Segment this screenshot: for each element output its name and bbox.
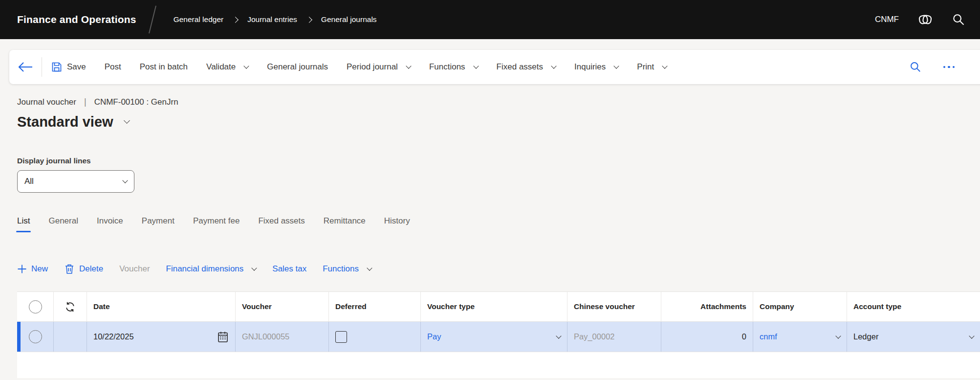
topbar-divider [149, 6, 156, 34]
app-title: Finance and Operations [17, 14, 136, 25]
chevron-right-icon [306, 17, 312, 23]
chevron-down-icon[interactable] [556, 333, 561, 338]
column-header-account-type[interactable]: Account type [847, 292, 980, 321]
tab-payment[interactable]: Payment [142, 216, 174, 228]
display-journal-lines-select[interactable]: All [17, 170, 134, 193]
column-header-chinese-voucher[interactable]: Chinese voucher [567, 292, 661, 321]
voucher-type-cell[interactable]: Pay [421, 322, 567, 352]
post-button[interactable]: Post [105, 62, 121, 72]
grid-empty-area [17, 352, 980, 378]
breadcrumb-journal-entries[interactable]: Journal entries [247, 15, 297, 24]
functions-menu-button[interactable]: Functions [429, 62, 478, 72]
column-header-voucher[interactable]: Voucher [236, 292, 329, 321]
functions-grid-menu-button[interactable]: Functions [323, 264, 371, 274]
date-cell[interactable]: 10/22/2025 [87, 322, 236, 352]
grid-header-row: Date Voucher Deferred Voucher type Chine… [17, 291, 980, 322]
copilot-icon[interactable] [917, 12, 933, 27]
chevron-right-icon [232, 17, 239, 23]
row-select-cell[interactable] [17, 322, 54, 352]
chevron-down-icon[interactable] [969, 333, 974, 338]
delete-button[interactable]: Delete [64, 263, 103, 275]
voucher-button: Voucher [119, 264, 150, 274]
back-arrow-icon[interactable] [17, 61, 34, 73]
tab-invoice[interactable]: Invoice [97, 216, 123, 228]
display-journal-lines-label: Display journal lines [17, 156, 980, 165]
chevron-down-icon[interactable] [835, 333, 841, 338]
tab-history[interactable]: History [384, 216, 410, 228]
breadcrumb-general-ledger[interactable]: General ledger [174, 15, 224, 24]
record-separator: | [84, 97, 87, 107]
save-button[interactable]: Save [51, 61, 86, 73]
post-in-batch-button[interactable]: Post in batch [140, 62, 188, 72]
chevron-down-icon [367, 265, 372, 270]
chevron-down-icon [122, 178, 128, 183]
toolbar-divider [42, 57, 42, 77]
account-type-cell[interactable]: Ledger [847, 322, 980, 352]
chevron-down-icon [244, 63, 249, 68]
save-icon [51, 61, 63, 73]
search-icon[interactable] [952, 13, 965, 26]
journal-grid: Date Voucher Deferred Voucher type Chine… [17, 291, 980, 378]
tab-list[interactable]: List [17, 216, 30, 228]
view-selector[interactable]: Standard view [17, 114, 980, 130]
calendar-icon[interactable] [217, 331, 229, 343]
column-header-company[interactable]: Company [753, 292, 847, 321]
table-row[interactable]: 10/22/2025 GNJL000055 Pay Pay_00002 0 [17, 322, 980, 352]
new-button[interactable]: New [17, 264, 48, 274]
tab-fixed-assets[interactable]: Fixed assets [258, 216, 305, 228]
top-navigation-bar: Finance and Operations General ledger Jo… [0, 0, 980, 39]
attachments-cell[interactable]: 0 [661, 322, 753, 352]
chevron-down-icon [406, 63, 411, 68]
deferred-cell[interactable] [329, 322, 421, 352]
validate-menu-button[interactable]: Validate [206, 62, 248, 72]
grid-action-bar: New Delete Voucher Financial dimensions … [17, 263, 980, 275]
select-all-column-header[interactable] [17, 292, 54, 321]
general-journals-button[interactable]: General journals [267, 62, 328, 72]
refresh-column-header[interactable] [54, 292, 87, 321]
row-select-circle[interactable] [29, 330, 42, 343]
chevron-down-icon [551, 63, 556, 68]
column-header-voucher-type[interactable]: Voucher type [421, 292, 567, 321]
chevron-down-icon [662, 63, 668, 68]
period-journal-menu-button[interactable]: Period journal [347, 62, 411, 72]
breadcrumb: General ledger Journal entries General j… [174, 15, 377, 24]
refresh-icon[interactable] [64, 301, 76, 313]
action-pane-toolbar: Save Post Post in batch Validate General… [9, 50, 980, 84]
inquiries-menu-button[interactable]: Inquiries [574, 62, 618, 72]
record-header: Journal voucher | CNMF-00100 : GenJrn [17, 97, 980, 107]
deferred-checkbox[interactable] [335, 331, 347, 343]
tab-payment-fee[interactable]: Payment fee [193, 216, 240, 228]
company-cell[interactable]: cnmf [753, 322, 847, 352]
display-journal-lines-value: All [24, 177, 34, 186]
column-header-deferred[interactable]: Deferred [329, 292, 421, 321]
chinese-voucher-cell: Pay_00002 [567, 322, 661, 352]
chevron-down-icon [614, 63, 619, 68]
view-title-text: Standard view [17, 114, 113, 130]
tab-general[interactable]: General [48, 216, 78, 228]
voucher-cell: GNJL000055 [236, 322, 329, 352]
chevron-down-icon [473, 63, 479, 68]
print-menu-button[interactable]: Print [637, 62, 667, 72]
tab-remittance[interactable]: Remittance [324, 216, 366, 228]
search-icon[interactable] [909, 61, 922, 73]
column-header-date[interactable]: Date [87, 292, 236, 321]
column-header-attachments[interactable]: Attachments [661, 292, 753, 321]
record-type-label: Journal voucher [17, 97, 76, 107]
fasttab-bar: List General Invoice Payment Payment fee… [17, 216, 980, 228]
chevron-down-icon [124, 117, 130, 124]
row-refresh-cell [54, 322, 87, 352]
breadcrumb-general-journals[interactable]: General journals [321, 15, 377, 24]
sales-tax-button[interactable]: Sales tax [272, 264, 306, 274]
environment-name[interactable]: CNMF [875, 15, 899, 24]
financial-dimensions-menu-button[interactable]: Financial dimensions [166, 264, 257, 274]
select-all-circle[interactable] [29, 300, 42, 313]
more-options-icon[interactable] [943, 66, 955, 68]
trash-icon [64, 263, 75, 275]
add-icon [17, 264, 27, 274]
record-id: CNMF-00100 : GenJrn [94, 97, 178, 107]
fixed-assets-menu-button[interactable]: Fixed assets [497, 62, 556, 72]
chevron-down-icon [252, 265, 257, 270]
